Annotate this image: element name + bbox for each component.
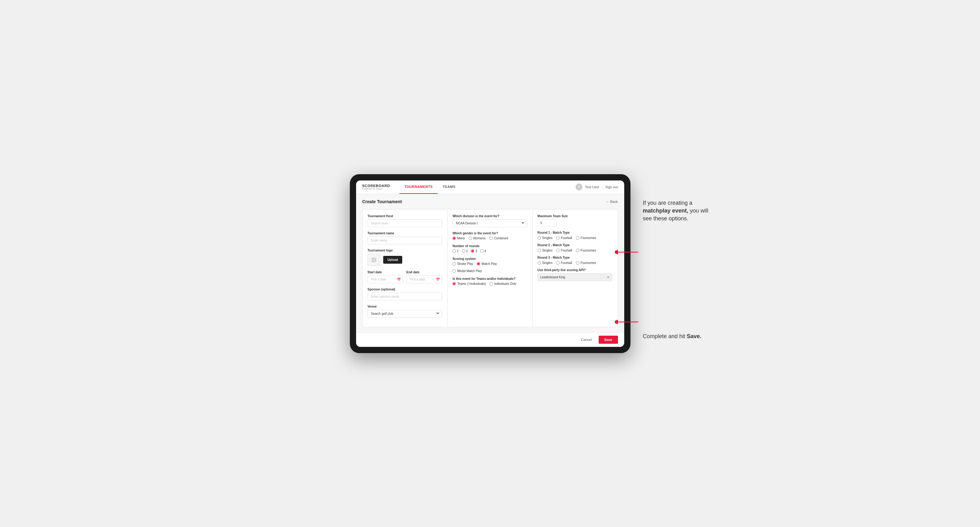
nav-item-teams[interactable]: TEAMS <box>438 181 461 194</box>
end-date-label: End date <box>406 270 442 274</box>
round-2-label: 2 <box>466 249 468 253</box>
save-button[interactable]: Save <box>599 336 618 344</box>
round3-foursomes[interactable]: Foursomes <box>576 261 596 265</box>
form-col-1: Tournament Host Tournament name Tourname… <box>363 210 448 327</box>
gender-womens[interactable]: Womens <box>469 237 485 240</box>
api-remove-button[interactable]: ✕ <box>607 275 609 279</box>
round3-fourball-radio[interactable] <box>556 261 560 265</box>
nav-right: T Test User | Sign out <box>576 184 618 190</box>
teams-radio-group: Teams (+Individuals) Individuals Only <box>452 282 527 286</box>
round2-singles-radio[interactable] <box>538 249 541 252</box>
gender-mens[interactable]: Mens <box>452 237 465 240</box>
round1-fourball-radio[interactable] <box>556 236 560 240</box>
scoring-medal[interactable]: Medal Match Play <box>452 269 482 273</box>
teams-group: Is this event for Teams and/or Individua… <box>452 277 527 286</box>
scoring-stroke-radio[interactable] <box>452 262 456 265</box>
start-date-wrap: 📅 <box>368 276 404 283</box>
calendar-icon-2: 📅 <box>436 278 440 281</box>
teams-radio[interactable] <box>452 282 456 286</box>
division-select[interactable]: NCAA Division I <box>452 219 527 227</box>
sign-out-link[interactable]: Sign out <box>605 185 618 189</box>
gender-mens-radio[interactable] <box>452 237 456 240</box>
annotation-right-text1: If you are creating a <box>643 200 692 206</box>
outer-wrapper: If you are creating a matchplay event, y… <box>350 174 630 353</box>
round2-foursomes-radio[interactable] <box>576 249 579 252</box>
round3-fourball[interactable]: Fourball <box>556 261 572 265</box>
logo-placeholder <box>368 254 380 266</box>
tournament-name-label: Tournament name <box>368 232 442 235</box>
round2-foursomes[interactable]: Foursomes <box>576 249 596 252</box>
round1-fourball-label: Fourball <box>561 236 572 240</box>
round3-foursomes-radio[interactable] <box>576 261 579 265</box>
round2-singles[interactable]: Singles <box>538 249 552 252</box>
scoring-stroke[interactable]: Stroke Play <box>452 262 473 265</box>
individuals-radio[interactable] <box>490 282 493 286</box>
scoring-medal-radio[interactable] <box>452 269 456 273</box>
form-footer: Cancel Save <box>356 332 624 347</box>
round3-singles-label: Singles <box>542 261 552 265</box>
round1-singles-radio[interactable] <box>538 236 541 240</box>
sponsor-input[interactable] <box>368 293 442 300</box>
user-avatar: T <box>576 184 582 190</box>
round2-fourball[interactable]: Fourball <box>556 249 572 252</box>
venue-group: Venue Search golf club <box>368 305 442 317</box>
start-date-label: Start date <box>368 270 404 274</box>
brand-title: SCOREBOARD <box>362 184 390 187</box>
tablet-screen: SCOREBOARD Powered by clippit TOURNAMENT… <box>356 181 624 347</box>
individuals-option[interactable]: Individuals Only <box>490 282 516 286</box>
nav-item-tournaments[interactable]: TOURNAMENTS <box>399 181 438 194</box>
gender-combined-radio[interactable] <box>489 237 493 240</box>
round3-singles[interactable]: Singles <box>538 261 552 265</box>
round-3[interactable]: 3 <box>471 249 477 253</box>
form-grid: Tournament Host Tournament name Tourname… <box>362 209 618 327</box>
division-label: Which division is the event for? <box>452 214 527 218</box>
round1-label: Round 1 - Match Type <box>538 231 613 234</box>
round2-foursomes-label: Foursomes <box>581 249 596 252</box>
scoring-match-radio[interactable] <box>477 262 480 265</box>
gender-womens-radio[interactable] <box>469 237 472 240</box>
svg-point-3 <box>372 259 373 259</box>
username: Test User <box>585 185 599 189</box>
gender-group: Which gender is the event for? Mens Wome… <box>452 232 527 240</box>
tournament-host-input[interactable] <box>368 219 442 227</box>
annotation-bottom-right: Complete and hit Save. <box>643 333 711 340</box>
round-1[interactable]: 1 <box>452 249 459 253</box>
scoring-match[interactable]: Match Play <box>477 262 497 265</box>
round-1-radio[interactable] <box>452 249 456 253</box>
sponsor-label: Sponsor (optional) <box>368 288 442 291</box>
division-group: Which division is the event for? NCAA Di… <box>452 214 527 227</box>
upload-button[interactable]: Upload <box>383 256 402 264</box>
round3-options: Singles Fourball Foursomes <box>538 261 613 265</box>
tournament-logo-label: Tournament logo <box>368 249 442 252</box>
cancel-button[interactable]: Cancel <box>578 336 595 343</box>
teams-option[interactable]: Teams (+Individuals) <box>452 282 486 286</box>
image-icon <box>371 257 376 262</box>
round1-singles[interactable]: Singles <box>538 236 552 240</box>
annotation-right-bold: matchplay event, <box>643 208 689 214</box>
round2-label: Round 2 - Match Type <box>538 243 613 247</box>
max-team-input[interactable] <box>538 219 556 227</box>
round-4-label: 4 <box>485 249 487 253</box>
gender-mens-label: Mens <box>457 237 465 240</box>
round2-fourball-radio[interactable] <box>556 249 560 252</box>
round1-foursomes[interactable]: Foursomes <box>576 236 596 240</box>
gender-combined[interactable]: Combined <box>489 237 508 240</box>
round1-fourball[interactable]: Fourball <box>556 236 572 240</box>
back-link[interactable]: ← Back <box>606 200 618 203</box>
round1-foursomes-radio[interactable] <box>576 236 579 240</box>
round3-singles-radio[interactable] <box>538 261 541 265</box>
scoring-radio-group: Stroke Play Match Play Medal Match Play <box>452 262 527 273</box>
round-2[interactable]: 2 <box>462 249 468 253</box>
tournament-name-input[interactable] <box>368 237 442 244</box>
round-2-radio[interactable] <box>462 249 465 253</box>
round-4[interactable]: 4 <box>480 249 487 253</box>
round-4-radio[interactable] <box>480 249 484 253</box>
annotation-right: If you are creating a matchplay event, y… <box>643 199 711 223</box>
page-title: Create Tournament <box>362 199 402 204</box>
venue-select[interactable]: Search golf club <box>368 310 442 317</box>
round-3-radio[interactable] <box>471 249 474 253</box>
form-col-3: Maximum Team Size Round 1 - Match Type S… <box>533 210 618 327</box>
round1-options: Singles Fourball Foursomes <box>538 236 613 240</box>
gender-radio-group: Mens Womens Combined <box>452 237 527 240</box>
api-value: Leaderboard King <box>540 276 565 279</box>
